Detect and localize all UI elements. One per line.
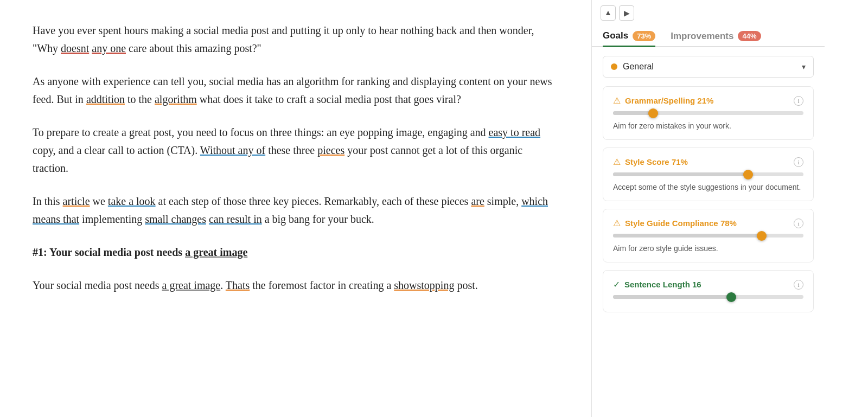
score-card-style: ⚠ Style Score 71% i Accept some of the s…: [603, 147, 814, 201]
score-label-style[interactable]: Style Score 71%: [625, 157, 688, 166]
section-heading: #1: Your social media post needs a great…: [33, 243, 559, 261]
sidebar-nav: ▲ ▶: [592, 0, 825, 21]
score-title-grammar: ⚠ Grammar/Spelling 21%: [613, 95, 713, 106]
editor-area[interactable]: Have you ever spent hours making a socia…: [0, 0, 591, 417]
score-header-style_guide: ⚠ Style Guide Compliance 78% i: [613, 218, 803, 228]
score-label-grammar[interactable]: Grammar/Spelling 21%: [625, 96, 713, 105]
slider-track-style_guide: [613, 234, 803, 238]
tab-improvements-label: Improvements: [671, 31, 733, 42]
check-icon: ✓: [613, 279, 620, 290]
slider-style[interactable]: [613, 172, 803, 176]
slider-thumb-style_guide[interactable]: [757, 231, 767, 241]
slider-fill-style_guide: [613, 234, 762, 238]
tab-goals-label: Goals: [603, 30, 628, 41]
sidebar: ▲ ▶ Goals 73% Improvements 44% General ▾…: [591, 0, 825, 417]
paragraph: Your social media post needs a great ima…: [33, 277, 559, 294]
score-header-style: ⚠ Style Score 71% i: [613, 157, 803, 167]
score-header-grammar: ⚠ Grammar/Spelling 21% i: [613, 95, 803, 106]
tab-goals[interactable]: Goals 73%: [603, 26, 655, 47]
score-description-style_guide: Aim for zero style guide issues.: [613, 243, 803, 254]
score-label-sentence_length[interactable]: Sentence Length 16: [624, 280, 701, 289]
slider-fill-style: [613, 172, 748, 176]
general-dropdown[interactable]: General ▾: [603, 56, 814, 78]
warning-icon: ⚠: [613, 95, 621, 106]
paragraph: In this article we take a look at each s…: [33, 193, 559, 228]
info-icon-sentence_length[interactable]: i: [794, 280, 803, 290]
tab-goals-badge: 73%: [633, 31, 655, 41]
slider-thumb-sentence_length[interactable]: [726, 292, 736, 302]
slider-sentence_length[interactable]: [613, 295, 803, 299]
paragraph: Have you ever spent hours making a socia…: [33, 22, 559, 57]
slider-style_guide[interactable]: [613, 234, 803, 238]
info-icon-style_guide[interactable]: i: [794, 219, 803, 228]
score-description-style: Accept some of the style suggestions in …: [613, 182, 803, 193]
slider-fill-sentence_length: [613, 295, 731, 299]
score-label-style_guide[interactable]: Style Guide Compliance 78%: [625, 219, 737, 228]
sidebar-content: General ▾ ⚠ Grammar/Spelling 21% i Aim f…: [592, 47, 825, 329]
slider-track-sentence_length: [613, 295, 803, 299]
general-dropdown-label: General: [623, 62, 796, 72]
paragraph: As anyone with experience can tell you, …: [33, 73, 559, 108]
score-card-grammar: ⚠ Grammar/Spelling 21% i Aim for zero mi…: [603, 86, 814, 140]
tab-improvements-badge: 44%: [738, 31, 761, 41]
slider-thumb-style[interactable]: [743, 170, 753, 179]
score-card-sentence_length: ✓ Sentence Length 16 i: [603, 270, 814, 312]
sidebar-tabs: Goals 73% Improvements 44%: [592, 21, 825, 47]
score-title-sentence_length: ✓ Sentence Length 16: [613, 279, 701, 290]
info-icon-style[interactable]: i: [794, 157, 803, 167]
nav-up-button[interactable]: ▲: [601, 5, 616, 21]
warning-icon: ⚠: [613, 157, 621, 167]
score-description-grammar: Aim for zero mistakes in your work.: [613, 120, 803, 132]
general-dot-icon: [611, 63, 617, 70]
slider-fill-grammar: [613, 111, 653, 115]
score-header-sentence_length: ✓ Sentence Length 16 i: [613, 279, 803, 290]
slider-track-grammar: [613, 111, 803, 115]
nav-right-button[interactable]: ▶: [619, 5, 634, 21]
slider-grammar[interactable]: [613, 111, 803, 115]
warning-icon: ⚠: [613, 218, 621, 228]
tab-improvements[interactable]: Improvements 44%: [671, 27, 761, 46]
score-card-style_guide: ⚠ Style Guide Compliance 78% i Aim for z…: [603, 209, 814, 262]
score-title-style_guide: ⚠ Style Guide Compliance 78%: [613, 218, 737, 228]
slider-track-style: [613, 172, 803, 176]
chevron-down-icon: ▾: [802, 62, 806, 71]
paragraph: To prepare to create a great post, you n…: [33, 124, 559, 177]
slider-thumb-grammar[interactable]: [648, 108, 658, 118]
info-icon-grammar[interactable]: i: [794, 96, 803, 106]
score-title-style: ⚠ Style Score 71%: [613, 157, 688, 167]
